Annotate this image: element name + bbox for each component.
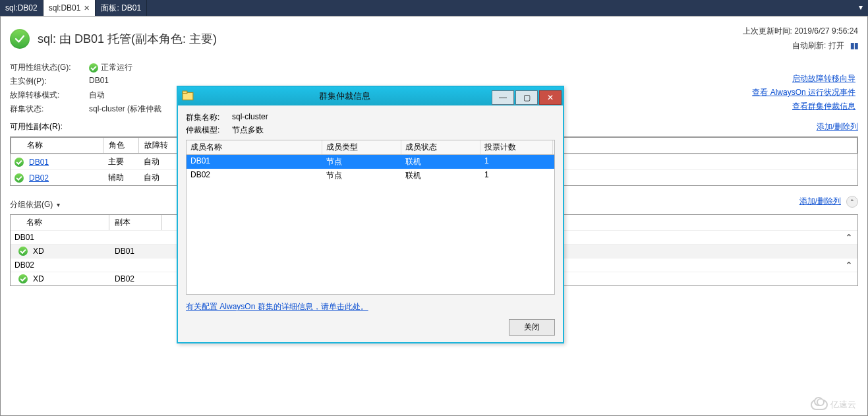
dialog-titlebar[interactable]: 群集仲裁信息 — ▢ ✕: [178, 87, 563, 105]
header-right: 上次更新时间: 2019/6/27 9:56:24 自动刷新: 打开 ▮▮: [743, 24, 858, 53]
col-failover[interactable]: 故障转: [139, 138, 179, 153]
item-name: XD: [33, 247, 44, 256]
cell-role: 辅助: [103, 170, 138, 185]
dashboard-header: sql: 由 DB01 托管(副本角色: 主要) 上次更新时间: 2019/6/…: [1, 16, 867, 59]
maximize-button[interactable]: ▢: [515, 90, 538, 105]
watermark: 亿速云: [811, 399, 856, 411]
ok-icon: [14, 173, 24, 183]
replica-link[interactable]: DB02: [29, 173, 49, 183]
ok-icon: [89, 63, 98, 73]
tab-label: 面板: DB01: [101, 3, 141, 14]
close-icon[interactable]: ✕: [84, 4, 90, 13]
group-status-value: 正常运行: [101, 63, 132, 72]
quorum-info-dialog: 群集仲裁信息 — ▢ ✕ 群集名称: sql-cluster 仲裁模型: 节点多…: [177, 86, 564, 343]
tab-db01[interactable]: sql:DB01 ✕: [43, 0, 96, 16]
dialog-icon: [182, 90, 194, 102]
col-role[interactable]: 角色: [103, 138, 139, 153]
item-name: XD: [33, 274, 44, 283]
auto-refresh-label: 自动刷新:: [792, 41, 826, 50]
cell-votes: 1: [480, 169, 553, 183]
expand-all-button[interactable]: ⌃: [846, 196, 858, 208]
col-member-name[interactable]: 成员名称: [187, 140, 322, 154]
group-by-dropdown[interactable]: 分组依据(G) ▾: [10, 199, 60, 210]
tab-panel-db01[interactable]: 面板: DB01: [96, 0, 147, 16]
last-update-label: 上次更新时间:: [743, 26, 792, 36]
quorum-model-value: 节点多数: [232, 125, 264, 136]
ok-icon: [18, 247, 28, 256]
cell-role: 主要: [103, 154, 138, 169]
group-name: DB02: [11, 258, 109, 272]
tab-strip: sql:DB02 sql:DB01 ✕ 面板: DB01 ▾: [0, 0, 868, 16]
add-remove-columns-link[interactable]: 添加/删除列: [799, 196, 841, 207]
cluster-name-label: 群集名称:: [186, 112, 232, 123]
tab-db02[interactable]: sql:DB02: [0, 0, 43, 16]
tab-overflow-button[interactable]: ▾: [854, 0, 868, 16]
add-remove-columns-link[interactable]: 添加/删除列: [817, 121, 858, 133]
cell-failover: 自动: [138, 154, 178, 169]
ok-icon: [18, 274, 28, 283]
failover-mode-value: 自动: [89, 90, 181, 101]
side-links: 启动故障转移向导 查看 AlwaysOn 运行状况事件 查看群集仲裁信息: [752, 73, 855, 115]
svg-rect-1: [183, 91, 187, 93]
replica-link[interactable]: DB01: [29, 158, 49, 167]
pause-icon[interactable]: ▮▮: [850, 41, 858, 50]
last-update-value: 2019/6/27 9:56:24: [794, 26, 858, 36]
cluster-status-value: sql-cluster (标准仲裁: [89, 104, 181, 115]
close-button[interactable]: ✕: [539, 90, 562, 105]
col-member-state[interactable]: 成员状态: [401, 140, 480, 154]
launch-failover-wizard-link[interactable]: 启动故障转移向导: [792, 74, 855, 83]
quorum-member-list: DB01 节点 联机 1 DB02 节点 联机 1: [186, 155, 555, 295]
cell-name: DB02: [187, 169, 322, 183]
cloud-icon: [811, 400, 828, 410]
cluster-status-label: 群集状态:: [10, 104, 89, 115]
watermark-text: 亿速云: [830, 399, 856, 411]
col-name[interactable]: 名称: [11, 215, 109, 230]
cell-type: 节点: [322, 169, 401, 183]
group-by-label: 分组依据(G): [10, 199, 53, 210]
cell-type: 节点: [322, 155, 401, 169]
chevron-down-icon: ▾: [57, 201, 60, 208]
group-name: DB01: [11, 231, 109, 244]
col-vote-count[interactable]: 投票计数: [480, 140, 553, 154]
col-replica[interactable]: 副本: [109, 215, 162, 230]
col-name[interactable]: 名称: [11, 138, 103, 153]
tab-label: sql:DB01: [49, 3, 81, 13]
quorum-model-label: 仲裁模型:: [186, 125, 232, 136]
dialog-title: 群集仲裁信息: [198, 90, 492, 102]
collapse-icon[interactable]: ⌃: [840, 233, 857, 242]
tab-label: sql:DB02: [5, 3, 38, 13]
alwayson-details-link[interactable]: 有关配置 AlwaysOn 群集的详细信息，请单击此处。: [186, 302, 368, 311]
auto-refresh-value: 打开: [828, 41, 844, 50]
cell-name: DB01: [187, 155, 322, 169]
col-member-type[interactable]: 成员类型: [322, 140, 401, 154]
view-alwayson-events-link[interactable]: 查看 AlwaysOn 运行状况事件: [752, 88, 855, 97]
minimize-button[interactable]: —: [492, 90, 514, 105]
primary-instance-label: 主实例(P):: [10, 76, 89, 87]
table-row[interactable]: DB01 节点 联机 1: [187, 155, 554, 169]
item-replica: DB01: [109, 245, 162, 258]
failover-mode-label: 故障转移模式:: [10, 90, 89, 101]
view-quorum-info-link[interactable]: 查看群集仲裁信息: [792, 102, 855, 111]
collapse-icon[interactable]: ⌃: [840, 260, 857, 270]
page-title: sql: 由 DB01 托管(副本角色: 主要): [38, 31, 217, 47]
item-replica: DB02: [109, 272, 162, 285]
status-ok-icon: [10, 29, 30, 49]
primary-instance-value: DB01: [89, 76, 181, 87]
dialog-close-button[interactable]: 关闭: [509, 319, 555, 336]
cell-failover: 自动: [138, 170, 178, 185]
cell-state: 联机: [401, 169, 480, 183]
group-status-label: 可用性组状态(G):: [10, 62, 89, 73]
table-row[interactable]: DB02 节点 联机 1: [187, 169, 554, 183]
cell-state: 联机: [401, 155, 480, 169]
ok-icon: [14, 158, 24, 167]
cluster-name-value: sql-cluster: [232, 112, 268, 123]
cell-votes: 1: [480, 155, 553, 169]
replicas-title: 可用性副本(R):: [10, 121, 63, 133]
